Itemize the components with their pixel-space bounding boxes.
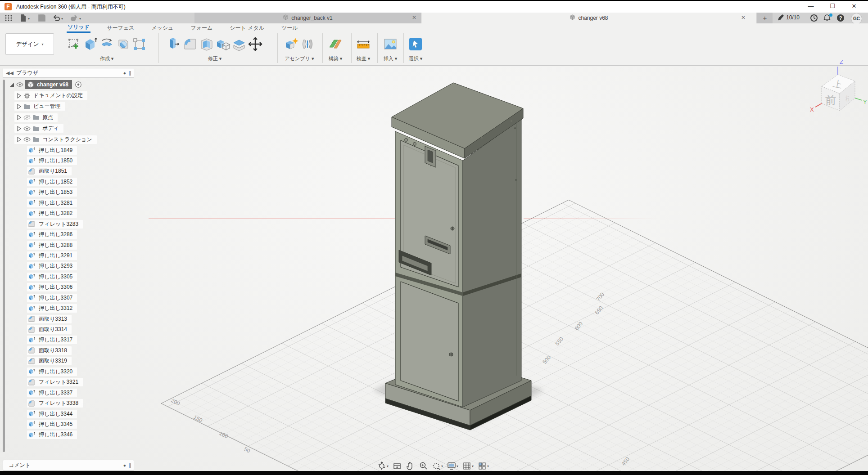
viewports-button[interactable]: ▾ xyxy=(478,462,489,471)
browser-root-row[interactable]: changer v68 xyxy=(8,79,139,90)
expanded-arrow-icon[interactable] xyxy=(8,81,15,88)
help-icon[interactable]: ? xyxy=(836,14,845,22)
maximize-button[interactable]: ☐ xyxy=(826,2,839,11)
file-menu-caret[interactable]: ▾ xyxy=(28,17,30,21)
press-pull-icon[interactable] xyxy=(167,36,182,52)
zoom-button[interactable] xyxy=(419,462,428,471)
group-label-modify[interactable]: 修正 ▾ xyxy=(208,55,222,62)
browser-feature-row[interactable]: 押し出し3281 xyxy=(27,198,139,208)
ribbon-tab-0[interactable]: ソリッド xyxy=(67,23,90,33)
group-label-create[interactable]: 作成 ▾ xyxy=(100,55,114,62)
new-component-icon[interactable] xyxy=(284,36,299,52)
look-at-button[interactable] xyxy=(393,462,402,471)
joint-icon[interactable] xyxy=(300,36,315,52)
collapsed-arrow-icon[interactable] xyxy=(15,125,23,132)
browser-feature-row[interactable]: 押し出し3291 xyxy=(27,251,139,261)
visibility-off-icon[interactable] xyxy=(23,114,31,121)
browser-scrollbar[interactable] xyxy=(3,80,5,452)
collapse-panel-icon[interactable]: ◀◀ xyxy=(6,70,14,76)
offset-face-icon[interactable] xyxy=(231,36,247,52)
shell-icon[interactable] xyxy=(199,36,214,52)
grid-settings-button[interactable]: ▾ xyxy=(462,462,474,471)
browser-feature-row[interactable]: フィレット3338 xyxy=(27,398,139,408)
credits-indicator[interactable]: 10/10 xyxy=(777,14,800,21)
document-tab-changer[interactable]: changer v68 ✕ xyxy=(421,13,756,23)
browser-folder-row[interactable]: ドキュメントの設定 xyxy=(14,90,139,101)
fillet-icon[interactable] xyxy=(183,36,198,52)
visibility-eye-icon[interactable] xyxy=(16,81,23,88)
document-tab-changer-back[interactable]: changer_back v1 ✕ xyxy=(194,13,421,23)
undo-caret[interactable]: ▾ xyxy=(61,17,63,21)
collapsed-arrow-icon[interactable] xyxy=(15,103,23,110)
browser-feature-row[interactable]: 押し出し3320 xyxy=(27,367,139,377)
tab-close-icon[interactable]: ✕ xyxy=(741,14,746,21)
group-label-inspect[interactable]: 検査 ▾ xyxy=(357,55,371,62)
ribbon-tab-1[interactable]: サーフェス xyxy=(106,24,135,32)
browser-feature-row[interactable]: 押し出し3288 xyxy=(27,240,139,250)
browser-feature-row[interactable]: 押し出し3286 xyxy=(27,229,139,240)
browser-feature-row[interactable]: 押し出し3307 xyxy=(27,292,139,303)
browser-feature-row[interactable]: 押し出し3282 xyxy=(27,208,139,219)
browser-feature-row[interactable]: 押し出し3312 xyxy=(27,303,139,314)
visibility-eye-icon[interactable] xyxy=(23,125,31,132)
browser-feature-row[interactable]: フィレット3283 xyxy=(27,219,139,229)
ribbon-tab-5[interactable]: ツール xyxy=(280,24,299,32)
cabinet-model[interactable] xyxy=(385,83,531,430)
measure-icon[interactable] xyxy=(356,36,371,52)
revolve-icon[interactable] xyxy=(99,36,114,52)
browser-feature-row[interactable]: 押し出し3344 xyxy=(27,408,139,419)
browser-feature-row[interactable]: 押し出し1852 xyxy=(27,177,139,187)
construction-plane-icon[interactable] xyxy=(328,36,343,52)
group-label-assemble[interactable]: アセンブリ ▾ xyxy=(285,55,314,62)
move-icon[interactable] xyxy=(248,36,263,52)
browser-feature-row[interactable]: 押し出し1853 xyxy=(27,187,139,197)
comments-panel[interactable]: コメント ● || xyxy=(3,460,134,471)
panel-grip-icon[interactable]: || xyxy=(129,463,131,468)
view-cube[interactable]: 上 前 右 Z X Y xyxy=(808,58,868,117)
display-settings-button[interactable]: ▾ xyxy=(447,462,458,471)
pan-button[interactable] xyxy=(406,462,415,471)
extrude-icon[interactable] xyxy=(83,36,98,52)
browser-feature-row[interactable]: 押し出し1849 xyxy=(27,145,139,155)
orbit-button[interactable]: ▾ xyxy=(377,462,389,471)
combine-icon[interactable] xyxy=(215,36,231,52)
ribbon-tab-3[interactable]: フォーム xyxy=(190,24,213,32)
panel-grip-icon[interactable]: || xyxy=(129,71,131,76)
save-icon[interactable] xyxy=(38,14,47,22)
browser-folder-row[interactable]: ビュー管理 xyxy=(14,101,139,112)
collapsed-arrow-icon[interactable] xyxy=(15,92,23,99)
browser-feature-row[interactable]: 面取り3314 xyxy=(27,324,139,335)
root-selection-highlight[interactable]: changer v68 xyxy=(25,80,72,89)
group-label-select[interactable]: 選択 ▾ xyxy=(409,55,423,62)
browser-feature-row[interactable]: 面取り3318 xyxy=(27,345,139,356)
ribbon-tab-4[interactable]: シート メタル xyxy=(229,24,265,32)
browser-feature-row[interactable]: フィレット3321 xyxy=(27,377,139,387)
browser-feature-row[interactable]: 押し出し3345 xyxy=(27,419,139,430)
pattern-icon[interactable] xyxy=(131,36,147,52)
select-icon[interactable] xyxy=(408,36,423,52)
group-label-insert[interactable]: 挿入 ▾ xyxy=(384,55,398,62)
ribbon-tab-2[interactable]: メッシュ xyxy=(150,24,174,32)
browser-feature-row[interactable]: 押し出し3305 xyxy=(27,272,139,282)
browser-folder-row[interactable]: コンストラクション xyxy=(14,134,139,145)
redo-icon[interactable] xyxy=(70,14,79,22)
browser-feature-row[interactable]: 押し出し3346 xyxy=(27,430,139,440)
panel-options-icon[interactable]: ● xyxy=(123,463,126,468)
workspace-selector[interactable]: デザイン▾ xyxy=(5,33,54,55)
user-avatar[interactable]: GC xyxy=(851,13,862,24)
undo-icon[interactable] xyxy=(52,14,61,22)
sweep-icon[interactable] xyxy=(115,36,131,52)
activate-component-radio[interactable] xyxy=(75,81,82,88)
minimize-button[interactable]: — xyxy=(804,2,818,11)
panel-options-icon[interactable]: ● xyxy=(123,71,126,76)
browser-feature-row[interactable]: 押し出し3317 xyxy=(27,335,139,345)
collapsed-arrow-icon[interactable] xyxy=(15,114,23,121)
create-sketch-icon[interactable] xyxy=(67,36,82,52)
new-document-button[interactable]: + xyxy=(757,13,773,23)
file-menu-icon[interactable] xyxy=(19,14,28,22)
tab-close-icon[interactable]: ✕ xyxy=(412,14,416,21)
browser-feature-row[interactable]: 面取り1851 xyxy=(27,166,139,176)
job-status-clock-icon[interactable] xyxy=(810,14,818,22)
browser-feature-row[interactable]: 押し出し1850 xyxy=(27,156,139,166)
app-grid-menu-icon[interactable] xyxy=(5,14,14,22)
